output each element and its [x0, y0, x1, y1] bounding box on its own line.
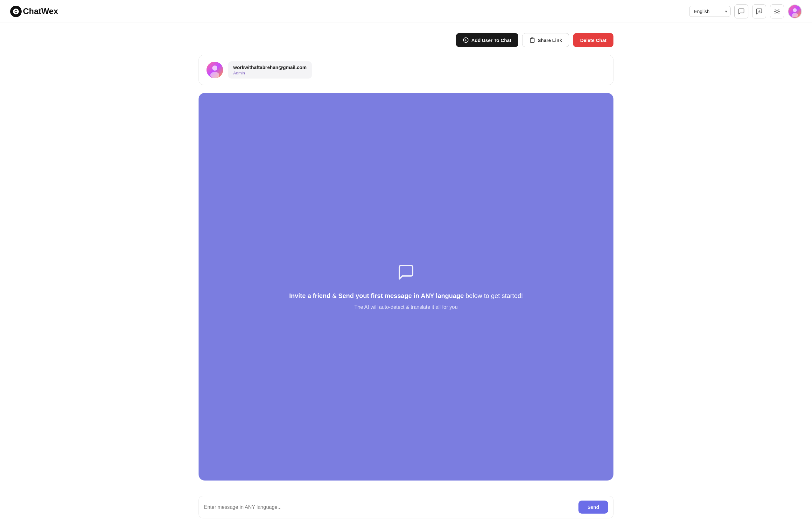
message-area: Send [183, 491, 629, 526]
svg-line-8 [779, 13, 779, 13]
share-link-label: Share Link [538, 37, 562, 43]
svg-point-14 [793, 8, 797, 12]
svg-line-12 [779, 9, 779, 10]
welcome-subtext: The AI will auto-detect & translate it a… [354, 304, 458, 310]
svg-rect-19 [531, 38, 533, 39]
logo[interactable]: C ChatWex [10, 6, 58, 17]
user-card-avatar [206, 62, 223, 78]
header: C ChatWex English Spanish French German … [0, 0, 812, 23]
send-button[interactable]: Send [578, 500, 608, 514]
svg-line-11 [775, 13, 775, 13]
logo-text: ChatWex [23, 6, 58, 16]
welcome-headline: Invite a friend & Send yout first messag… [289, 291, 523, 301]
message-input[interactable] [204, 505, 575, 510]
svg-text:C: C [14, 9, 17, 14]
main-content: Add User To Chat Share Link Delete Chat [183, 23, 629, 491]
welcome-headline-suffix: below to get started! [464, 292, 523, 299]
user-card: workwithaftabrehan@gmail.com Admin [199, 55, 613, 85]
theme-toggle-button[interactable] [770, 4, 784, 18]
svg-point-4 [776, 10, 778, 12]
language-selector[interactable]: English Spanish French German Arabic Chi… [689, 6, 730, 17]
messages-icon-button[interactable] [734, 4, 748, 18]
svg-point-21 [212, 65, 217, 71]
delete-chat-label: Delete Chat [580, 37, 607, 43]
action-bar: Add User To Chat Share Link Delete Chat [199, 33, 613, 47]
chat-bubble-icon [397, 263, 415, 285]
welcome-headline-part2: Send yout first message in ANY language [338, 292, 464, 299]
welcome-banner: Invite a friend & Send yout first messag… [199, 93, 613, 481]
message-input-wrapper: Send [199, 496, 613, 519]
logo-icon: C [10, 6, 21, 17]
svg-point-22 [210, 72, 219, 78]
user-info-wrapper: workwithaftabrehan@gmail.com Admin [228, 61, 312, 78]
welcome-headline-amp: & [331, 292, 338, 299]
add-user-button[interactable]: Add User To Chat [456, 33, 518, 47]
welcome-headline-part1: Invite a friend [289, 292, 331, 299]
send-label: Send [588, 505, 599, 510]
user-avatar-button[interactable] [788, 4, 802, 18]
user-email: workwithaftabrehan@gmail.com [233, 64, 307, 70]
user-role: Admin [233, 71, 307, 75]
header-right: English Spanish French German Arabic Chi… [689, 4, 802, 18]
delete-chat-button[interactable]: Delete Chat [573, 33, 613, 47]
share-link-button[interactable]: Share Link [522, 33, 569, 47]
new-chat-icon-button[interactable] [752, 4, 766, 18]
language-select-input[interactable]: English Spanish French German Arabic Chi… [694, 9, 726, 14]
add-user-label: Add User To Chat [471, 37, 511, 43]
svg-line-7 [775, 9, 775, 10]
